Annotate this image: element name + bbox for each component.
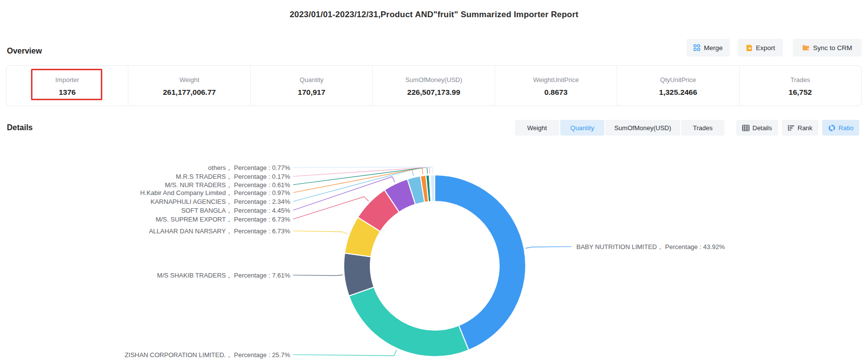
pie-leader-line-10 bbox=[293, 167, 433, 173]
pie-leader-line-2 bbox=[293, 275, 343, 276]
pie-leader-line-0 bbox=[526, 247, 571, 248]
pie-leader-line-3 bbox=[293, 231, 348, 234]
pie-leader-line-4 bbox=[293, 196, 369, 219]
importer-ratio-donut-chart: BABY NUTRITION LIMITED， Percentage : 43.… bbox=[0, 0, 868, 364]
pie-label-8: M/S. NUR TRADERS， Percentage : 0.61% bbox=[165, 181, 290, 189]
pie-label-7: H.Kabir And Company Limited， Percentage … bbox=[140, 189, 290, 196]
pie-label-0: BABY NUTRITION LIMITED， Percentage : 43.… bbox=[576, 243, 725, 251]
pie-label-3: ALLAHAR DAN NARSARY， Percentage : 6.73% bbox=[149, 227, 291, 235]
pie-slice-10[interactable] bbox=[430, 175, 435, 201]
pie-slice-1[interactable] bbox=[349, 287, 468, 357]
pie-label-2: M/S SHAKIB TRADERS， Percentage : 7.61% bbox=[157, 272, 290, 279]
pie-leader-line-1 bbox=[293, 350, 396, 356]
pie-slice-0[interactable] bbox=[435, 175, 526, 350]
pie-label-9: M.R.S TRADERS， Percentage : 0.17% bbox=[176, 173, 291, 180]
pie-label-1: ZISHAN CORPORATION LIMITED.， Percentage … bbox=[125, 351, 291, 359]
pie-label-10: others， Percentage : 0.77% bbox=[208, 164, 290, 171]
pie-label-6: KARNAPHULI AGENCIES， Percentage : 2.34% bbox=[150, 198, 290, 205]
pie-label-4: M/S. SUPREM EXPORT， Percentage : 6.73% bbox=[155, 216, 290, 223]
pie-leader-line-9 bbox=[293, 167, 430, 176]
pie-label-5: SOFT BANGLA， Percentage : 4.45% bbox=[181, 207, 290, 214]
importer-report-page: 2023/01/01-2023/12/31,Product AND"fruit"… bbox=[0, 0, 868, 364]
